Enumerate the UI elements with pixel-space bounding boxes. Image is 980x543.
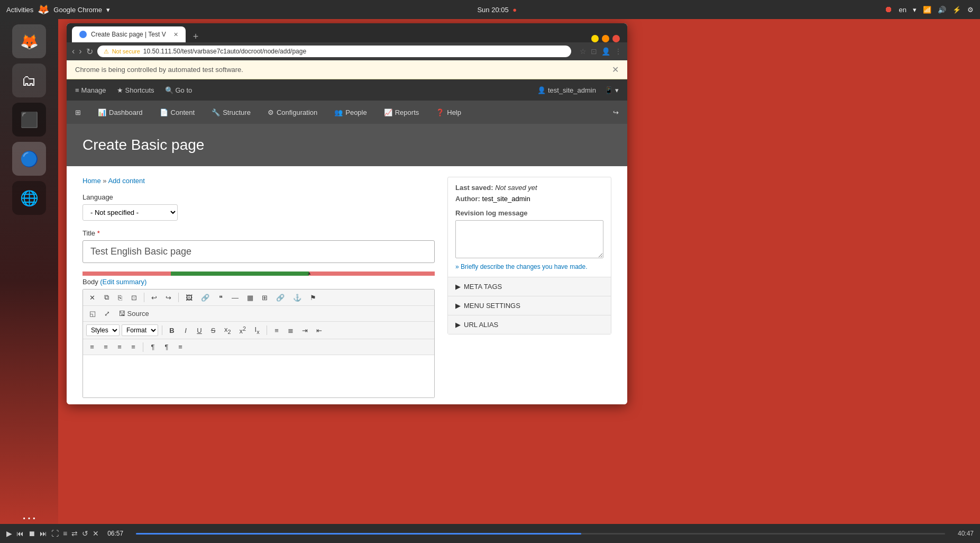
sidebar-firefox[interactable]: 🦊 xyxy=(12,24,46,58)
menu-settings-section-button[interactable]: ▶ MENU SETTINGS xyxy=(448,296,611,315)
editor-undo-button[interactable]: ↩ xyxy=(148,292,160,303)
edit-summary-link[interactable]: (Edit summary) xyxy=(100,278,146,286)
active-tab[interactable]: Create Basic page | Test V ✕ xyxy=(72,26,186,42)
editor-dir-rtl-button[interactable]: ¶ xyxy=(161,341,172,352)
editor-hr-button[interactable]: — xyxy=(228,292,242,303)
editor-anchor-button[interactable]: ⚓ xyxy=(290,292,305,303)
editor-unlink-button[interactable]: 🔗 xyxy=(273,292,288,303)
editor-align-justify-button[interactable]: ≡ xyxy=(127,341,139,352)
editor-language-button[interactable]: ≡ xyxy=(175,341,186,352)
editor-expand-button[interactable]: ⤢ xyxy=(101,308,113,319)
expand-icon: ▶ xyxy=(455,283,461,291)
breadcrumb-home[interactable]: Home xyxy=(83,177,101,185)
language-select[interactable]: - Not specified - xyxy=(83,204,178,221)
editor-indent-button[interactable]: ⇥ xyxy=(299,325,311,336)
url-alias-label: URL ALIAS xyxy=(464,321,498,329)
meta-tags-section-button[interactable]: ▶ META TAGS xyxy=(448,277,611,296)
forward-button[interactable]: › xyxy=(79,47,81,56)
dropdown-icon[interactable]: ▾ xyxy=(106,6,110,14)
toolbar-reports[interactable]: 📈 Reports xyxy=(375,101,428,124)
device-button[interactable]: 📱 ▾ xyxy=(605,86,619,94)
window-maximize[interactable] xyxy=(602,35,609,42)
url-alias-section-button[interactable]: ▶ URL ALIAS xyxy=(448,315,611,334)
window-minimize[interactable] xyxy=(591,35,599,42)
reload-button[interactable]: ↻ xyxy=(86,47,93,57)
editor-dir-ltr-button[interactable]: ¶ xyxy=(147,341,159,352)
manage-button[interactable]: ≡ Manage xyxy=(75,86,106,94)
stop-button[interactable]: ⏹ xyxy=(28,529,35,538)
list-button[interactable]: ≡ xyxy=(63,529,67,538)
editor-ol-button[interactable]: ≡ xyxy=(271,325,282,336)
editor-paste-text-button[interactable]: ⊡ xyxy=(128,292,140,303)
editor-italic-button[interactable]: I xyxy=(180,325,191,336)
info-bar-close[interactable]: ✕ xyxy=(612,65,619,75)
editor-subscript-button[interactable]: x2 xyxy=(221,324,234,337)
editor-redo-button[interactable]: ↪ xyxy=(162,292,175,303)
editor-flag-button[interactable]: ⚑ xyxy=(307,292,319,303)
editor-table-button[interactable]: ▦ xyxy=(244,292,257,303)
editor-align-left-button[interactable]: ≡ xyxy=(86,341,98,352)
shuffle-button[interactable]: ⇄ xyxy=(71,529,78,538)
editor-bold-button[interactable]: B xyxy=(166,325,178,336)
editor-image-button[interactable]: 🖼 xyxy=(182,292,196,303)
editor-content[interactable] xyxy=(83,355,434,397)
profile-button[interactable]: 👤 xyxy=(601,47,610,56)
editor-link-button[interactable]: 🔗 xyxy=(198,292,213,303)
editor-superscript-button[interactable]: x2 xyxy=(236,324,250,337)
editor-maximize-button[interactable]: ◱ xyxy=(86,308,99,319)
lang-dropdown-icon[interactable]: ▾ xyxy=(913,6,917,14)
editor-underline-button[interactable]: U xyxy=(194,325,205,336)
progress-track[interactable] xyxy=(136,533,945,535)
activities-label[interactable]: Activities xyxy=(6,6,33,14)
url-text[interactable]: 10.50.111.50/test/varbase7c1auto/docroot… xyxy=(143,48,565,55)
editor-strikethrough-button[interactable]: S xyxy=(207,325,219,336)
sidebar-terminal[interactable]: ⬛ xyxy=(12,103,46,137)
fullscreen-button[interactable]: ⛶ xyxy=(51,529,59,538)
editor-paste-button[interactable]: ⎘ xyxy=(114,292,126,303)
sidebar-chrome[interactable]: 🔵 xyxy=(12,142,46,176)
editor-blockquote-button[interactable]: ❝ xyxy=(215,292,226,303)
revision-log-textarea[interactable] xyxy=(455,220,603,258)
title-input[interactable] xyxy=(83,240,435,263)
toolbar-dashboard[interactable]: 📊 Dashboard xyxy=(89,101,151,124)
repeat-button[interactable]: ↺ xyxy=(82,529,88,538)
prev-button[interactable]: ⏮ xyxy=(16,529,24,538)
play-button[interactable]: ▶ xyxy=(6,529,12,538)
toolbar-help[interactable]: ❓ Help xyxy=(427,101,470,124)
editor-removeformat-button[interactable]: Ix xyxy=(251,324,263,337)
back-button[interactable]: ‹ xyxy=(72,47,75,56)
editor-align-right-button[interactable]: ≡ xyxy=(114,341,125,352)
toolbar-content[interactable]: 📄 Content xyxy=(151,101,204,124)
tab-close-button[interactable]: ✕ xyxy=(173,31,178,38)
editor-table-tools-button[interactable]: ⊞ xyxy=(259,292,271,303)
toolbar-configuration[interactable]: ⚙ Configuration xyxy=(259,101,326,124)
sidebar-files[interactable]: 🗂 xyxy=(12,64,46,97)
breadcrumb-add-content[interactable]: Add content xyxy=(108,177,144,185)
settings-icon[interactable]: ⚙ xyxy=(967,6,974,14)
editor-cut-button[interactable]: ✕ xyxy=(86,292,98,303)
menu-button[interactable]: ⋮ xyxy=(615,47,622,56)
new-tab-button[interactable]: + xyxy=(190,31,202,42)
editor-source-button[interactable]: 🖫 Source xyxy=(115,308,152,319)
extensions-button[interactable]: ⊡ xyxy=(591,47,597,56)
window-close[interactable] xyxy=(612,35,620,42)
toolbar-structure[interactable]: 🔧 Structure xyxy=(203,101,259,124)
next-button[interactable]: ⏭ xyxy=(40,529,47,538)
toolbar-home[interactable]: ⊞ xyxy=(67,101,89,124)
toolbar-people[interactable]: 👥 People xyxy=(326,101,375,124)
editor-copy-button[interactable]: ⧉ xyxy=(100,292,112,303)
editor-format-select[interactable]: Format xyxy=(122,324,158,336)
home-icon: ⊞ xyxy=(75,108,81,116)
goto-button[interactable]: 🔍 Go to xyxy=(165,86,193,94)
editor-styles-select[interactable]: Styles xyxy=(86,324,120,336)
editor-outdent-button[interactable]: ⇤ xyxy=(313,325,325,336)
close-media-button[interactable]: ✕ xyxy=(93,529,99,538)
sidebar-earth[interactable]: 🌐 xyxy=(12,181,46,215)
toolbar-logout[interactable]: ↪ xyxy=(605,101,627,124)
user-account-button[interactable]: 👤 test_site_admin xyxy=(537,86,596,94)
bookmark-button[interactable]: ☆ xyxy=(580,47,587,56)
editor-align-center-button[interactable]: ≡ xyxy=(100,341,112,352)
url-bar[interactable]: ⚠ Not secure 10.50.111.50/test/varbase7c… xyxy=(97,46,571,57)
shortcuts-button[interactable]: ★ Shortcuts xyxy=(117,86,154,94)
editor-ul-button[interactable]: ≣ xyxy=(285,325,297,336)
